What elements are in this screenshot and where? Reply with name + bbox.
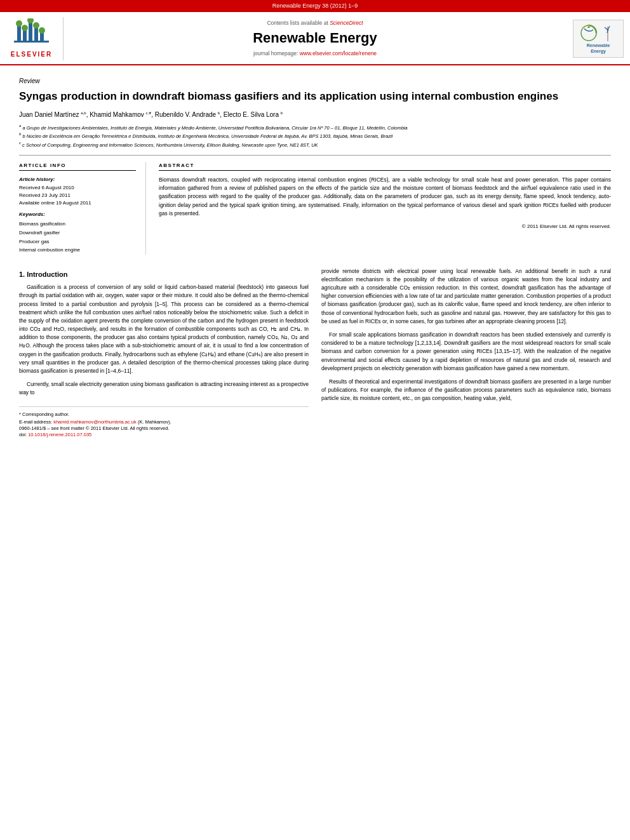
authors-line: Juan Daniel Martínez a,b, Khamid Mahkamo… (19, 110, 611, 119)
keywords-label: Keywords: (19, 211, 136, 218)
sciencedirect-line: Contents lists available at ScienceDirec… (76, 20, 554, 27)
author-mahkamov: Khamid Mahkamov c,*, (90, 111, 155, 118)
intro-para-2: Currently, small scale electricity gener… (19, 380, 309, 397)
svg-rect-3 (29, 22, 32, 41)
re-logo-box: RenewableEnergy (573, 20, 624, 58)
author-martinez: Juan Daniel Martínez a,b, (19, 111, 90, 118)
author-andrade: Rubenildo V. Andrade b, (155, 111, 224, 118)
affil-a: a a Grupo de Investigaciones Ambientales… (19, 123, 611, 131)
main-content: 1. Introduction Gasification is a proces… (19, 267, 611, 439)
right-para-1: provide remote districts with electrical… (321, 267, 611, 326)
received-date: Received 6 August 2010 Received 23 July … (19, 184, 136, 207)
intro-section-title: 1. Introduction (19, 270, 309, 279)
svg-point-9 (33, 22, 39, 29)
history-label: Article history: (19, 176, 136, 183)
journal-center-header: Contents lists available at ScienceDirec… (64, 17, 566, 61)
page: Renewable Energy 38 (2012) 1–9 (0, 0, 630, 840)
svg-rect-4 (34, 27, 38, 41)
svg-rect-0 (14, 41, 49, 43)
affil-b: b b Núcleo de Excelência em Geração Term… (19, 131, 611, 140)
doi-link[interactable]: 10.1016/j.renene.2011.07.035 (28, 432, 91, 437)
article-body: Review Syngas production in downdraft bi… (0, 65, 630, 451)
journal-header: ELSEVIER Contents lists available at Sci… (0, 12, 630, 66)
footnote-area: * Corresponding author. E-mail address: … (19, 406, 309, 439)
svg-point-6 (16, 20, 22, 27)
doi-label: doi: (19, 432, 27, 437)
re-logo-icon (579, 23, 617, 43)
info-abstract-section: ARTICLE INFO Article history: Received 6… (19, 155, 611, 255)
abstract-header: ABSTRACT (159, 162, 611, 171)
affil-c: c c School of Computing, Engineering and… (19, 140, 611, 149)
elsevier-logo-area: ELSEVIER (0, 17, 64, 61)
article-title: Syngas production in downdraft biomass g… (19, 90, 611, 103)
keyword-2: Downdraft gasifier (19, 229, 136, 237)
article-info-header: ARTICLE INFO (19, 162, 136, 171)
author-lora: Electo E. Silva Lora b (224, 111, 283, 118)
svg-point-7 (22, 25, 28, 31)
corresponding-note: * Corresponding author. (19, 411, 309, 418)
svg-rect-1 (17, 25, 21, 41)
email-name: (K. Mahkamov). (138, 419, 171, 425)
main-col-right: provide remote districts with electrical… (321, 267, 611, 439)
abstract-text: Biomass downdraft reactors, coupled with… (159, 176, 611, 218)
svg-rect-2 (23, 30, 27, 41)
email-label: E-mail address: (19, 419, 52, 425)
right-para-3: Results of theoretical and experimental … (321, 378, 611, 403)
re-logo-text: RenewableEnergy (587, 43, 610, 54)
homepage-link[interactable]: www.elsevier.com/locate/renene (300, 50, 377, 57)
svg-point-8 (27, 18, 34, 23)
issn-line: 0960-1481/$ – see front matter © 2011 El… (19, 425, 309, 432)
intro-para-1: Gasification is a process of conversion … (19, 283, 309, 375)
email-note: E-mail address: khamid.mahkamov@northumb… (19, 418, 309, 425)
affiliations: a a Grupo de Investigaciones Ambientales… (19, 123, 611, 149)
journal-logo-right: RenewableEnergy (566, 17, 630, 61)
journal-title: Renewable Energy (76, 29, 554, 48)
copyright-line: © 2011 Elsevier Ltd. All rights reserved… (159, 223, 611, 230)
sciencedirect-label: Contents lists available at (267, 20, 328, 26)
keyword-4: Internal combustion engine (19, 246, 136, 255)
main-col-left: 1. Introduction Gasification is a proces… (19, 267, 309, 439)
elsevier-tree-icon (14, 18, 49, 47)
svg-point-10 (39, 27, 45, 34)
article-info-col: ARTICLE INFO Article history: Received 6… (19, 162, 146, 255)
keyword-3: Producer gas (19, 237, 136, 246)
email-link[interactable]: khamid.mahkamov@northumbria.ac.uk (53, 419, 137, 425)
journal-homepage: journal homepage: www.elsevier.com/locat… (76, 50, 554, 58)
keyword-1: Biomass gasification (19, 220, 136, 229)
svg-line-14 (582, 27, 584, 28)
elsevier-wordmark: ELSEVIER (11, 50, 52, 59)
journal-citation: Renewable Energy 38 (2012) 1–9 (272, 3, 358, 9)
journal-banner: Renewable Energy 38 (2012) 1–9 (0, 0, 630, 12)
doi-line: doi: 10.1016/j.renene.2011.07.035 (19, 432, 309, 439)
abstract-col: ABSTRACT Biomass downdraft reactors, cou… (159, 162, 611, 255)
sciencedirect-link[interactable]: ScienceDirect (330, 20, 363, 26)
article-type: Review (19, 77, 611, 86)
right-para-2: For small scale applications biomass gas… (321, 331, 611, 373)
homepage-label: journal homepage: (253, 50, 300, 57)
